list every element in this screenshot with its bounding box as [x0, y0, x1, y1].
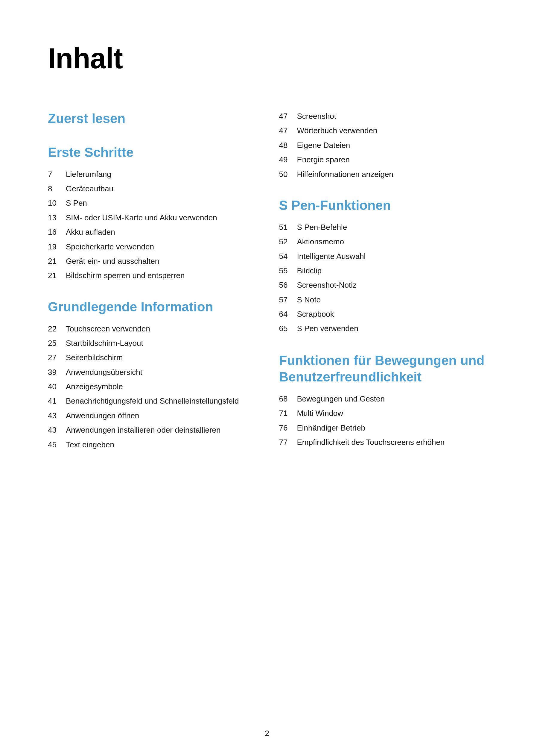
bewegungen-list: 68 Bewegungen und Gesten 71 Multi Window… — [279, 393, 486, 448]
section-zuerst-lesen: Zuerst lesen — [48, 111, 255, 127]
list-item: 57 S Note — [279, 294, 486, 305]
right-column: 47 Screenshot 47 Wörterbuch verwenden 48… — [279, 111, 486, 468]
list-item: 7 Lieferumfang — [48, 169, 255, 180]
section-s-pen-funktionen: S Pen-Funktionen 51 S Pen-Befehle 52 Akt… — [279, 198, 486, 334]
top-items-list: 47 Screenshot 47 Wörterbuch verwenden 48… — [279, 111, 486, 180]
list-item: 39 Anwendungsübersicht — [48, 367, 255, 378]
content-layout: Zuerst lesen Erste Schritte 7 Lieferumfa… — [48, 111, 486, 468]
list-item: 55 Bildclip — [279, 265, 486, 276]
list-item: 41 Benachrichtigungsfeld und Schnelleins… — [48, 395, 255, 406]
grundlegende-list: 22 Touchscreen verwenden 25 Startbildsch… — [48, 323, 255, 450]
page-container: Inhalt Zuerst lesen Erste Schritte 7 Lie… — [0, 0, 534, 756]
list-item: 48 Eigene Dateien — [279, 140, 486, 150]
section-grundlegende-information: Grundlegende Information 22 Touchscreen … — [48, 299, 255, 450]
page-title: Inhalt — [48, 42, 486, 75]
section-title-funktionen-bewegungen: Funktionen für Bewegungen und Benutzerfr… — [279, 352, 486, 385]
list-item: 52 Aktionsmemo — [279, 236, 486, 247]
list-item: 77 Empfindlichkeit des Touchscreens erhö… — [279, 437, 486, 447]
list-item: 43 Anwendungen installieren oder deinsta… — [48, 424, 255, 435]
s-pen-list: 51 S Pen-Befehle 52 Aktionsmemo 54 Intel… — [279, 222, 486, 334]
list-item: 21 Gerät ein- und ausschalten — [48, 256, 255, 266]
list-item: 64 Scrapbook — [279, 309, 486, 319]
list-item: 45 Text eingeben — [48, 439, 255, 450]
list-item: 10 S Pen — [48, 198, 255, 208]
section-title-s-pen-funktionen: S Pen-Funktionen — [279, 198, 486, 213]
list-item: 43 Anwendungen öffnen — [48, 410, 255, 421]
list-item: 8 Geräteaufbau — [48, 183, 255, 194]
list-item: 16 Akku aufladen — [48, 227, 255, 237]
list-item: 49 Energie sparen — [279, 154, 486, 165]
section-title-zuerst-lesen: Zuerst lesen — [48, 111, 255, 127]
list-item: 54 Intelligente Auswahl — [279, 251, 486, 262]
page-number: 2 — [265, 729, 269, 738]
list-item: 25 Startbildschirm-Layout — [48, 338, 255, 348]
list-item: 40 Anzeigesymbole — [48, 381, 255, 392]
left-column: Zuerst lesen Erste Schritte 7 Lieferumfa… — [48, 111, 255, 468]
list-item: 56 Screenshot-Notiz — [279, 280, 486, 290]
section-erste-schritte: Erste Schritte 7 Lieferumfang 8 Geräteau… — [48, 145, 255, 281]
list-item: 22 Touchscreen verwenden — [48, 323, 255, 334]
section-title-erste-schritte: Erste Schritte — [48, 145, 255, 160]
erste-schritte-list: 7 Lieferumfang 8 Geräteaufbau 10 S Pen 1… — [48, 169, 255, 281]
page-footer: 2 — [0, 729, 534, 738]
list-item: 76 Einhändiger Betrieb — [279, 422, 486, 433]
list-item: 51 S Pen-Befehle — [279, 222, 486, 233]
list-item: 13 SIM- oder USIM-Karte und Akku verwend… — [48, 212, 255, 223]
list-item: 65 S Pen verwenden — [279, 323, 486, 334]
list-item: 19 Speicherkarte verwenden — [48, 241, 255, 252]
list-item: 47 Wörterbuch verwenden — [279, 125, 486, 136]
list-item: 47 Screenshot — [279, 111, 486, 122]
list-item: 68 Bewegungen und Gesten — [279, 393, 486, 404]
section-title-grundlegende-information: Grundlegende Information — [48, 299, 255, 315]
list-item: 50 Hilfeinformationen anzeigen — [279, 169, 486, 180]
list-item: 71 Multi Window — [279, 408, 486, 418]
list-item: 27 Seitenbildschirm — [48, 352, 255, 363]
section-funktionen-bewegungen: Funktionen für Bewegungen und Benutzerfr… — [279, 352, 486, 448]
list-item: 21 Bildschirm sperren und entsperren — [48, 270, 255, 281]
